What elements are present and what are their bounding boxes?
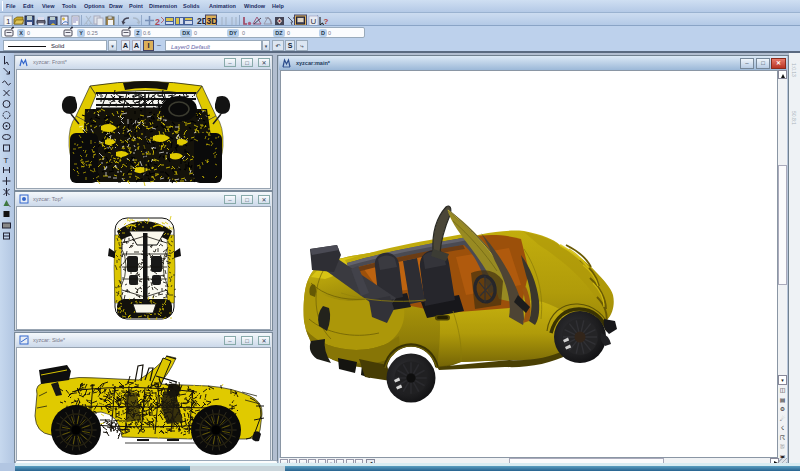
svg-text:T: T xyxy=(4,156,9,165)
